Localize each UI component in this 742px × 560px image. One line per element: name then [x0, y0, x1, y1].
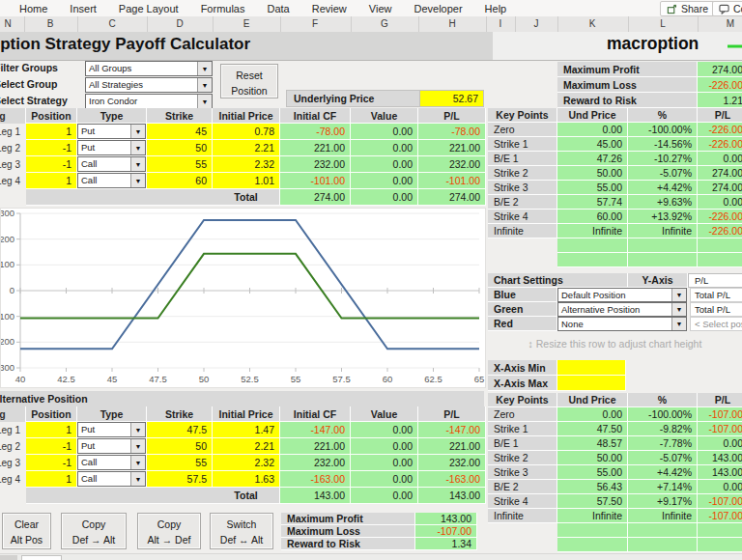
ribbon-tab[interactable]: Review: [312, 3, 347, 14]
series-source-dropdown[interactable]: Default Position ▼: [557, 288, 687, 302]
column-header[interactable]: C: [104, 18, 120, 29]
key-points-row: Strike 2 50.00 -5.07% 274.00: [488, 166, 742, 181]
reset-position-button[interactable]: Reset Position: [220, 64, 278, 98]
type-dropdown[interactable]: Call▼: [77, 455, 147, 471]
strike-input-cell[interactable]: 47.5: [147, 422, 213, 438]
underlying-price-value[interactable]: 52.67: [420, 90, 484, 107]
position-input-cell[interactable]: -1: [26, 156, 77, 173]
dropdown-arrow-icon[interactable]: ▼: [671, 289, 686, 301]
column-header[interactable]: L: [655, 18, 671, 29]
header-pl: P/L: [698, 108, 742, 123]
position-input-cell[interactable]: -1: [26, 140, 77, 156]
filter-row: Select Group All Strategies ▼: [0, 77, 232, 94]
header-leg: Leg: [0, 110, 6, 122]
initial-price-input-cell[interactable]: 1.63: [213, 471, 280, 488]
initial-price-input-cell[interactable]: 1.01: [213, 173, 280, 189]
filter-dropdown-value: All Groups: [86, 62, 197, 75]
position-input-cell[interactable]: -1: [26, 455, 77, 471]
dropdown-arrow-icon[interactable]: ▼: [130, 174, 145, 187]
action-button[interactable]: Copy Alt → Def: [137, 513, 201, 549]
series-metric-cell[interactable]: Total P/L: [690, 302, 742, 317]
strike-input-cell[interactable]: 55: [147, 156, 213, 173]
sheet-tab[interactable]: [21, 555, 62, 560]
strike-input-cell[interactable]: 50: [147, 140, 213, 156]
initial-price-input-cell[interactable]: 1.47: [213, 422, 280, 438]
column-header[interactable]: J: [528, 18, 544, 29]
strike-input-cell[interactable]: 60: [147, 173, 213, 189]
filter-dropdown[interactable]: All Groups ▼: [85, 61, 213, 76]
filter-dropdown[interactable]: All Strategies ▼: [85, 77, 213, 93]
ribbon-tab[interactable]: Insert: [70, 3, 97, 14]
ribbon-tab[interactable]: View: [369, 3, 392, 14]
ribbon-tab[interactable]: Data: [267, 3, 289, 14]
ribbon-tab[interactable]: Page Layout: [119, 3, 179, 14]
dropdown-arrow-icon[interactable]: ▼: [197, 62, 212, 75]
initial-price-input-cell[interactable]: 2.21: [213, 140, 280, 156]
column-header[interactable]: N: [0, 18, 15, 29]
series-source-dropdown[interactable]: Alternative Position ▼: [557, 302, 687, 317]
position-input-cell[interactable]: -1: [26, 438, 77, 455]
column-header[interactable]: F: [307, 18, 323, 29]
share-button[interactable]: Share: [660, 1, 715, 16]
column-header[interactable]: D: [172, 18, 187, 29]
position-input-cell[interactable]: 1: [26, 422, 77, 438]
dropdown-arrow-icon[interactable]: ▼: [197, 95, 212, 108]
summary-value: -226.00: [698, 77, 742, 93]
dropdown-arrow-icon[interactable]: ▼: [130, 439, 145, 453]
pl-cell: 221.00: [418, 438, 486, 455]
dropdown-arrow-icon[interactable]: ▼: [130, 125, 145, 138]
type-dropdown[interactable]: Put▼: [77, 124, 147, 140]
filter-dropdown[interactable]: Iron Condor ▼: [85, 94, 213, 109]
dropdown-arrow-icon[interactable]: ▼: [671, 318, 686, 330]
ribbon-tab[interactable]: Developer: [414, 3, 462, 14]
position-input-cell[interactable]: 1: [26, 124, 77, 140]
type-dropdown[interactable]: Call▼: [77, 471, 147, 488]
dropdown-arrow-icon[interactable]: ▼: [130, 141, 145, 154]
column-header[interactable]: M: [723, 18, 738, 29]
tab-scroll-corner[interactable]: [0, 555, 17, 560]
column-header[interactable]: B: [43, 18, 58, 29]
key-point-percent: +7.14%: [628, 480, 698, 494]
type-dropdown[interactable]: Put▼: [77, 140, 147, 156]
dropdown-arrow-icon[interactable]: ▼: [671, 303, 686, 316]
dropdown-arrow-icon[interactable]: ▼: [130, 472, 145, 486]
strike-input-cell[interactable]: 55: [147, 455, 213, 471]
y-axis-value[interactable]: P/L: [688, 273, 742, 288]
x-axis-min-input[interactable]: [557, 360, 626, 376]
dropdown-arrow-icon[interactable]: ▼: [197, 78, 212, 92]
key-points-header: Key Points Und Price % P/L: [488, 108, 742, 123]
type-dropdown[interactable]: Put▼: [77, 438, 147, 455]
initial-price-input-cell[interactable]: 2.32: [213, 455, 280, 471]
initial-price-input-cell[interactable]: 2.21: [213, 438, 280, 455]
position-input-cell[interactable]: 1: [26, 471, 77, 488]
series-source-dropdown[interactable]: None ▼: [557, 317, 687, 331]
series-metric-cell[interactable]: < Select position first: [690, 317, 742, 331]
dropdown-arrow-icon[interactable]: ▼: [130, 423, 145, 436]
strike-input-cell[interactable]: 45: [147, 124, 213, 140]
ribbon-tab[interactable]: Help: [485, 3, 507, 14]
comments-button[interactable]: Comments: [712, 1, 742, 16]
type-dropdown[interactable]: Call▼: [77, 156, 147, 173]
strike-input-cell[interactable]: 50: [147, 438, 213, 455]
type-dropdown[interactable]: Put▼: [77, 422, 147, 438]
action-button[interactable]: Switch Def ↔ Alt: [210, 513, 273, 549]
position-input-cell[interactable]: 1: [26, 173, 77, 189]
strike-input-cell[interactable]: 57.5: [147, 471, 213, 488]
dropdown-arrow-icon[interactable]: ▼: [130, 456, 145, 469]
action-button[interactable]: Clear Alt Pos: [2, 513, 51, 549]
column-header[interactable]: I: [493, 18, 508, 29]
dropdown-arrow-icon[interactable]: ▼: [130, 157, 145, 171]
x-axis-max-input[interactable]: [557, 376, 626, 391]
column-header[interactable]: G: [377, 18, 392, 29]
series-metric-cell[interactable]: Total P/L: [690, 288, 742, 302]
column-header[interactable]: E: [239, 18, 254, 29]
column-header[interactable]: H: [444, 18, 460, 29]
column-header[interactable]: K: [585, 18, 600, 29]
action-button[interactable]: Copy Def → Alt: [61, 513, 127, 549]
initial-price-input-cell[interactable]: 2.32: [213, 156, 280, 173]
reset-button-line1: Reset: [221, 68, 277, 83]
initial-price-input-cell[interactable]: 0.78: [213, 124, 280, 140]
ribbon-tab[interactable]: Home: [19, 3, 47, 14]
ribbon-tab[interactable]: Formulas: [201, 3, 245, 14]
type-dropdown[interactable]: Call▼: [77, 173, 147, 189]
